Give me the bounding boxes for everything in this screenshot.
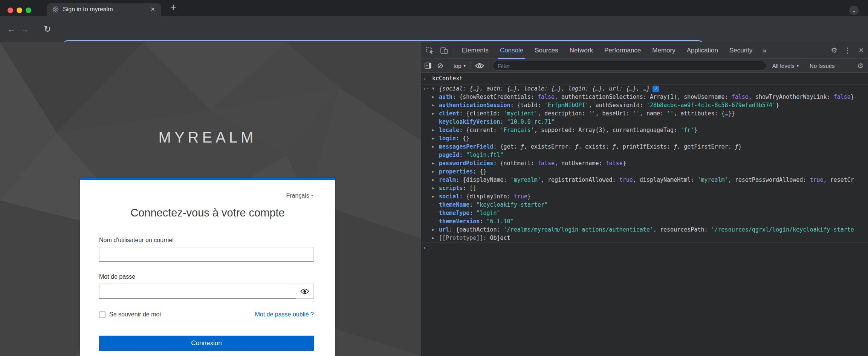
favicon-atom-icon: [52, 6, 59, 13]
console-filter-input[interactable]: [493, 61, 766, 71]
tab-memory[interactable]: Memory: [646, 42, 681, 59]
window-zoom-button[interactable]: [26, 8, 31, 13]
tab-close-icon[interactable]: ✕: [149, 5, 157, 14]
page-title: Connectez-vous à votre compte: [80, 207, 335, 219]
disclosure-triangle-icon[interactable]: ▶: [432, 109, 439, 118]
console-row: ▶client: {clientId: 'myclient', descript…: [421, 109, 868, 118]
console-rows: ›kcContext‹·▼{social: {…}, auth: {…}, lo…: [421, 73, 868, 253]
toolbar-divider: [449, 62, 449, 69]
toolbar-divider: [804, 62, 804, 69]
language-label: Français: [286, 192, 309, 199]
forward-icon[interactable]: →: [19, 16, 31, 42]
devtools-main-toolbar: Elements Console Sources Network Perform…: [421, 42, 868, 59]
disclosure-triangle-icon[interactable]: ▶: [432, 101, 439, 109]
options-row: Se souvenir de moi Mot de passe oublié ?: [99, 310, 314, 319]
window-minimize-button[interactable]: [17, 8, 22, 13]
console-row: ▶social: {displayInfo: true}: [421, 192, 868, 201]
login-submit-button[interactable]: Connexion: [99, 336, 314, 351]
console-row: keycloakifyVersion: "10.0.0-rc.71": [421, 118, 868, 126]
password-label: Mot de passe: [99, 273, 135, 280]
browser-tab[interactable]: Sign in to myrealm ✕: [47, 3, 161, 16]
clear-console-icon[interactable]: ⊘: [437, 61, 443, 70]
console-row: ▶[[Prototype]]: Object: [421, 234, 868, 242]
disclosure-triangle-icon[interactable]: ▶: [432, 176, 439, 184]
disclosure-triangle-icon[interactable]: ▶: [432, 226, 439, 234]
console-row: ›: [421, 242, 868, 253]
reload-icon[interactable]: ↻: [42, 16, 53, 42]
toolbar-divider: [470, 62, 471, 69]
password-field-group: [99, 284, 314, 299]
devtools-settings-icon[interactable]: ⚙: [827, 46, 841, 55]
console-row: ▶passwordPolicies: {notEmail: false, not…: [421, 159, 868, 167]
live-expression-eye-icon[interactable]: [475, 63, 484, 69]
disclosure-triangle-icon[interactable]: ▶: [432, 134, 439, 143]
console-sidebar-icon[interactable]: [424, 62, 432, 69]
console-row: ›kcContext: [421, 73, 868, 84]
disclosure-triangle-icon[interactable]: ▶: [432, 126, 439, 134]
tab-performance[interactable]: Performance: [599, 42, 646, 59]
navigation-bar: ← → ↻ ⓘ localhost:8080/realms/myrealm/pr…: [0, 16, 868, 42]
console-settings-icon[interactable]: ⚙: [857, 61, 863, 70]
frame-selector[interactable]: top: [454, 63, 462, 69]
console-row: ▶messagesPerField: {get: ƒ, existsError:…: [421, 143, 868, 151]
info-icon: i: [653, 86, 659, 92]
disclosure-triangle-icon[interactable]: ▶: [432, 234, 439, 242]
tab-strip: Sign in to myrealm ✕ + ⌄: [0, 0, 868, 16]
disclosure-triangle-icon[interactable]: ▶: [432, 184, 439, 192]
disclosure-triangle-icon[interactable]: ▶: [432, 192, 439, 201]
toolbar-divider: [489, 62, 489, 69]
disclosure-triangle-icon[interactable]: ▶: [432, 93, 439, 101]
console-row: ▶login: {}: [421, 134, 868, 143]
console-row: themeType: "login": [421, 209, 868, 217]
console-row: ‹·▼{social: {…}, auth: {…}, locale: {…},…: [421, 84, 868, 93]
inspect-element-icon[interactable]: [423, 46, 437, 55]
log-level-selector[interactable]: All levels: [772, 63, 795, 69]
tab-sources[interactable]: Sources: [529, 42, 564, 59]
back-icon[interactable]: ←: [6, 16, 17, 42]
console-output[interactable]: ›kcContext‹·▼{social: {…}, auth: {…}, lo…: [421, 73, 868, 356]
realm-title: MYREALM: [80, 129, 335, 146]
tab-network[interactable]: Network: [564, 42, 599, 59]
username-label: Nom d'utilisateur ou courriel: [99, 237, 174, 244]
console-row: ▶url: {oauthAction: '/realms/myrealm/log…: [421, 226, 868, 234]
window-close-button[interactable]: [8, 8, 13, 13]
forgot-password-link[interactable]: Mot de passe oublié ?: [255, 311, 314, 318]
console-row: ▶realm: {displayName: 'myrealm', registr…: [421, 176, 868, 184]
login-card: Français⌄ Connectez-vous à votre compte …: [80, 178, 335, 356]
devtools-close-icon[interactable]: ✕: [854, 46, 868, 54]
console-row: ▶scripts: []: [421, 184, 868, 192]
devtools-menu-icon[interactable]: ⋮: [841, 46, 854, 55]
chevron-down-icon: ▾: [464, 64, 466, 68]
console-row: pageId: "login.ftl": [421, 151, 868, 159]
eye-icon: [300, 288, 309, 295]
console-prompt-icon[interactable]: ›: [423, 242, 432, 253]
console-row: themeVersion: "6.1.10": [421, 217, 868, 226]
device-toolbar-icon[interactable]: [437, 46, 451, 55]
tab-title: Sign in to myrealm: [63, 6, 149, 13]
console-row: ▶properties: {}: [421, 167, 868, 176]
tab-security[interactable]: Security: [724, 42, 758, 59]
console-input-chevron-icon: ›: [423, 73, 432, 84]
username-input[interactable]: [99, 247, 314, 262]
disclosure-triangle-icon[interactable]: ▶: [432, 159, 439, 167]
more-tabs-icon[interactable]: »: [758, 46, 771, 55]
tab-application[interactable]: Application: [681, 42, 724, 59]
password-input[interactable]: [99, 284, 296, 299]
disclosure-triangle-icon[interactable]: ▶: [432, 167, 439, 176]
login-page: MYREALM Français⌄ Connectez-vous à votre…: [0, 42, 421, 356]
console-result-arrow-icon: ‹·: [423, 84, 432, 93]
issues-status[interactable]: No Issues: [810, 63, 835, 69]
console-toolbar: ⊘ top ▾ All levels ▾ No Issues ⚙: [421, 59, 868, 73]
tab-search-button[interactable]: ⌄: [849, 6, 859, 15]
tab-elements[interactable]: Elements: [456, 42, 494, 59]
show-password-button[interactable]: [296, 284, 314, 299]
language-selector[interactable]: Français⌄: [286, 192, 314, 199]
tab-console[interactable]: Console: [494, 42, 529, 59]
chevron-down-icon: ⌄: [310, 192, 314, 197]
remember-me-checkbox[interactable]: [99, 312, 105, 318]
new-tab-button[interactable]: +: [170, 2, 176, 13]
disclosure-triangle-icon[interactable]: ▶: [432, 143, 439, 151]
devtools-panel: Elements Console Sources Network Perform…: [421, 42, 868, 356]
disclosure-triangle-icon[interactable]: ▼: [432, 84, 439, 93]
console-row: themeName: "keycloakify-starter": [421, 201, 868, 209]
